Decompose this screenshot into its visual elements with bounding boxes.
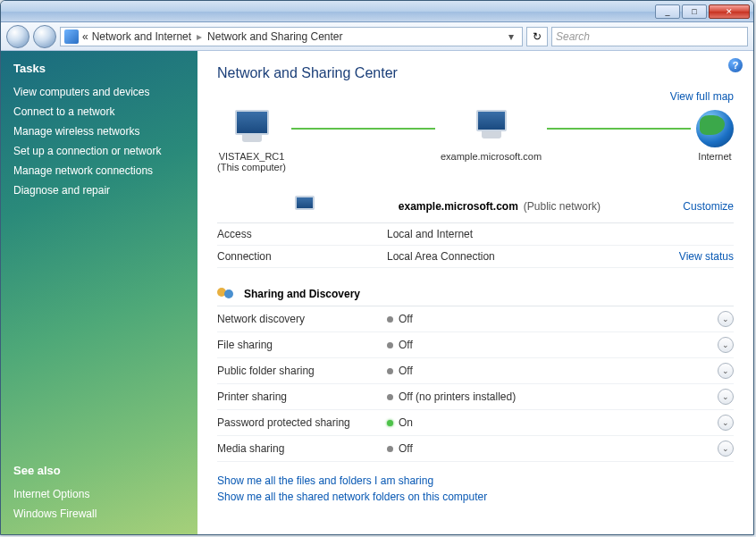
address-bar[interactable]: « Network and Internet ▸ Network and Sha…	[60, 27, 523, 46]
status-dot-icon	[387, 316, 393, 323]
help-icon[interactable]: ?	[728, 58, 743, 72]
access-label: Access	[217, 228, 387, 240]
access-row: Access Local and Internet	[217, 223, 734, 246]
status-dot-icon	[387, 420, 393, 426]
network-device-icon	[470, 110, 513, 147]
breadcrumb-root[interactable]: Network and Internet	[92, 30, 191, 43]
people-icon	[217, 286, 237, 302]
show-shared-folders-link[interactable]: Show me all the shared network folders o…	[217, 491, 487, 503]
map-connection-line	[291, 128, 435, 130]
tasks-heading: Tasks	[13, 62, 185, 75]
content: ? Network and Sharing Center View full m…	[197, 51, 753, 534]
forward-button[interactable]	[33, 25, 56, 48]
sharing-row: Media sharingOff⌄	[217, 436, 734, 462]
sharing-label: Printer sharing	[217, 390, 387, 403]
address-dropdown[interactable]: ▾	[504, 30, 518, 43]
map-network[interactable]: example.microsoft.com	[441, 110, 542, 172]
sharing-label: Password protected sharing	[217, 416, 387, 429]
status-dot-icon	[387, 394, 393, 400]
connection-value: Local Area Connection	[387, 250, 679, 263]
map-connection-line-2	[547, 128, 691, 130]
status-dot-icon	[387, 446, 393, 452]
sharing-row: File sharingOff⌄	[217, 332, 734, 358]
sharing-row: Printer sharingOff (no printers installe…	[217, 384, 734, 410]
connection-label: Connection	[217, 250, 387, 263]
sharing-row: Password protected sharingOn⌄	[217, 410, 734, 436]
sharing-value: On	[387, 416, 718, 429]
network-icon	[294, 196, 315, 214]
window: _ □ ✕ « Network and Internet ▸ Network a…	[0, 0, 754, 535]
sharing-label: File sharing	[217, 339, 387, 351]
chevron-right-icon: ▸	[197, 30, 202, 43]
maximize-button[interactable]: □	[682, 4, 707, 19]
status-dot-icon	[387, 368, 393, 374]
minimize-button[interactable]: _	[655, 4, 680, 19]
expand-button[interactable]: ⌄	[718, 441, 734, 457]
network-map: VISTAEX_RC1 (This computer) example.micr…	[217, 110, 734, 172]
navbar: « Network and Internet ▸ Network and Sha…	[1, 22, 753, 51]
sharing-row: Public folder sharingOff⌄	[217, 358, 734, 384]
search-placeholder: Search	[556, 30, 590, 43]
globe-icon	[696, 110, 734, 147]
network-section-header: example.microsoft.com (Public network) C…	[217, 190, 734, 223]
map-this-pc[interactable]: VISTAEX_RC1 (This computer)	[217, 110, 286, 172]
refresh-icon: ↻	[533, 30, 542, 43]
seealso-heading: See also	[13, 464, 185, 477]
customize-link[interactable]: Customize	[683, 200, 734, 213]
sidebar: Tasks View computers and devices Connect…	[1, 51, 197, 534]
bottom-links: Show me all the files and folders I am s…	[217, 474, 734, 503]
back-button[interactable]	[6, 25, 29, 48]
expand-button[interactable]: ⌄	[718, 363, 734, 379]
search-input[interactable]: Search	[551, 27, 748, 46]
sharing-value: Off (no printers installed)	[387, 390, 718, 403]
view-status-link[interactable]: View status	[679, 250, 734, 263]
view-full-map-link[interactable]: View full map	[670, 90, 734, 103]
sharing-value: Off	[387, 339, 718, 351]
map-internet[interactable]: Internet	[696, 110, 734, 172]
expand-button[interactable]: ⌄	[718, 389, 734, 405]
task-connect-network[interactable]: Connect to a network	[13, 105, 185, 118]
expand-button[interactable]: ⌄	[718, 337, 734, 353]
page-title: Network and Sharing Center	[217, 65, 734, 81]
network-name: example.microsoft.com	[399, 200, 518, 213]
task-setup-connection[interactable]: Set up a connection or network	[13, 145, 185, 157]
seealso-windows-firewall[interactable]: Windows Firewall	[13, 508, 185, 520]
task-manage-connections[interactable]: Manage network connections	[13, 164, 185, 177]
connection-row: Connection Local Area Connection View st…	[217, 246, 734, 268]
status-dot-icon	[387, 342, 393, 348]
sharing-row: Network discoveryOff⌄	[217, 306, 734, 332]
expand-button[interactable]: ⌄	[718, 415, 734, 431]
network-type: (Public network)	[524, 200, 601, 213]
breadcrumb-current[interactable]: Network and Sharing Center	[207, 30, 342, 43]
sharing-heading: Sharing and Discovery	[217, 282, 734, 306]
titlebar: _ □ ✕	[1, 1, 753, 22]
control-panel-icon	[64, 29, 79, 44]
breadcrumb-prefix: «	[82, 30, 88, 43]
sharing-label: Media sharing	[217, 442, 387, 455]
access-value: Local and Internet	[387, 228, 734, 240]
sharing-label: Public folder sharing	[217, 365, 387, 377]
seealso-internet-options[interactable]: Internet Options	[13, 488, 185, 500]
task-view-computers[interactable]: View computers and devices	[13, 86, 185, 98]
expand-button[interactable]: ⌄	[718, 311, 734, 327]
task-diagnose-repair[interactable]: Diagnose and repair	[13, 184, 185, 197]
show-sharing-files-link[interactable]: Show me all the files and folders I am s…	[217, 474, 433, 487]
task-manage-wireless[interactable]: Manage wireless networks	[13, 125, 185, 138]
body: Tasks View computers and devices Connect…	[1, 51, 753, 534]
close-button[interactable]: ✕	[709, 4, 750, 19]
sharing-value: Off	[387, 313, 718, 325]
computer-icon	[231, 110, 273, 147]
sharing-value: Off	[387, 442, 718, 455]
sharing-label: Network discovery	[217, 313, 387, 325]
refresh-button[interactable]: ↻	[526, 27, 548, 46]
sharing-value: Off	[387, 365, 718, 377]
